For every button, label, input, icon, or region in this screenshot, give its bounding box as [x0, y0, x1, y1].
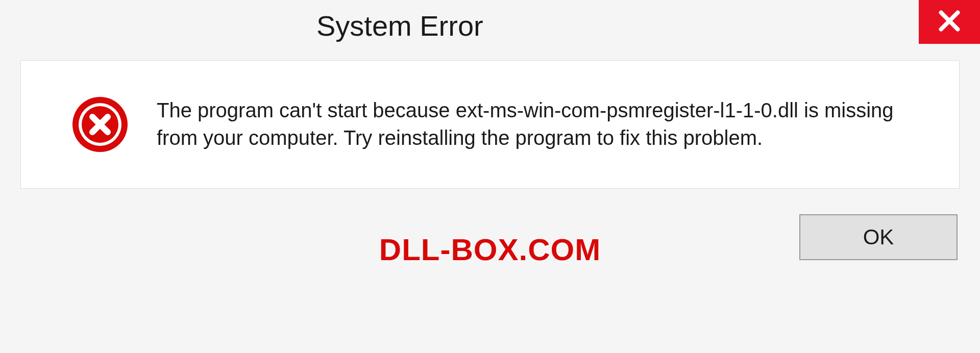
watermark-label: DLL-BOX.COM: [379, 232, 601, 267]
titlebar: System Error: [0, 0, 980, 55]
error-icon: [72, 96, 128, 153]
ok-button[interactable]: OK: [799, 214, 958, 260]
close-icon: [935, 7, 964, 37]
close-button[interactable]: [919, 0, 980, 44]
dialog-footer: DLL-BOX.COM OK: [0, 204, 980, 283]
dialog-title: System Error: [316, 0, 483, 42]
error-message: The program can't start because ext-ms-w…: [157, 96, 922, 152]
content-panel: The program can't start because ext-ms-w…: [20, 60, 960, 189]
error-dialog: System Error The program can't start bec…: [0, 0, 980, 353]
